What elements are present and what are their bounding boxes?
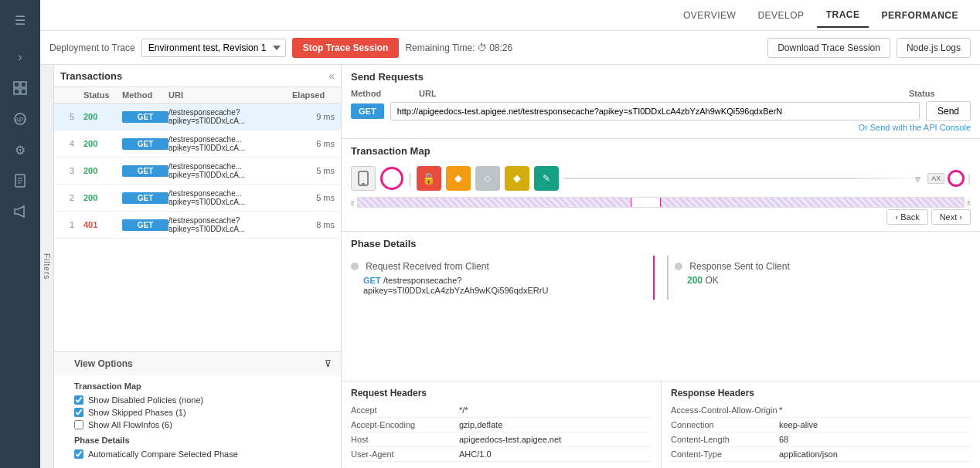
transactions-header: Transactions « bbox=[54, 65, 341, 87]
phase-grid: Request Received from Client GET /testre… bbox=[351, 256, 971, 300]
svg-rect-0 bbox=[14, 82, 19, 87]
diamond-gold-icon[interactable]: ◆ bbox=[505, 166, 529, 191]
view-options-phase-title: Phase Details bbox=[74, 436, 332, 445]
method-column-header: Method bbox=[351, 89, 413, 98]
diamond-yellow-icon[interactable]: ◆ bbox=[446, 166, 471, 191]
svg-text:API: API bbox=[15, 116, 26, 124]
nav-develop[interactable]: DEVELOP bbox=[748, 4, 813, 27]
checkbox-auto-compare[interactable]: Automatically Compare Selected Phase bbox=[74, 449, 332, 459]
back-button[interactable]: ‹ Back bbox=[886, 209, 927, 225]
method-get-btn[interactable]: GET bbox=[122, 165, 168, 177]
phase-response-title: Response Sent to Client bbox=[689, 261, 789, 272]
checkbox-all-flowinfos[interactable]: Show All FlowInfos (6) bbox=[74, 420, 332, 429]
settings-icon[interactable]: ⚙ bbox=[6, 136, 34, 164]
phase-details-section: Phase Details Request Received from Clie… bbox=[342, 232, 980, 381]
api-console-link[interactable]: Or Send with the API Console bbox=[351, 123, 971, 132]
header-row: Access-Control-Allow-Origin * bbox=[671, 403, 971, 418]
phase-response-indicator bbox=[675, 263, 682, 270]
chevron-right-icon[interactable]: › bbox=[6, 43, 34, 71]
header-row: Content-Length 68 bbox=[671, 432, 971, 447]
edit-icon[interactable]: ✎ bbox=[534, 166, 559, 191]
menu-icon[interactable]: ☰ bbox=[6, 6, 34, 34]
phase-request-details: GET /testresponsecache? apikey=sTI0DDxLc… bbox=[351, 275, 647, 295]
separator-icon: | bbox=[408, 171, 412, 187]
get-method-badge[interactable]: GET bbox=[351, 103, 384, 119]
ax-badge: AX bbox=[927, 173, 944, 184]
header-row: Content-Type application/json bbox=[671, 447, 971, 462]
method-get-btn[interactable]: GET bbox=[122, 219, 168, 231]
send-button[interactable]: Send bbox=[926, 101, 971, 121]
request-headers-panel: Request Headers Accept */* Accept-Encodi… bbox=[342, 382, 661, 468]
url-input[interactable] bbox=[390, 102, 920, 120]
phone-icon bbox=[351, 166, 376, 191]
top-nav: OVERVIEW DEVELOP TRACE PERFORMANCE bbox=[40, 0, 980, 31]
table-row[interactable]: 3 200 GET /testresponsecache... apikey=s… bbox=[54, 158, 341, 185]
view-options-header[interactable]: View Options ⊽ bbox=[54, 352, 341, 375]
phase-details-title: Phase Details bbox=[351, 238, 971, 249]
table-row[interactable]: 2 200 GET /testresponsecache... apikey=s… bbox=[54, 185, 341, 212]
stop-trace-button[interactable]: Stop Trace Session bbox=[292, 38, 400, 58]
auto-compare-checkbox[interactable] bbox=[74, 449, 83, 459]
transactions-title: Transactions bbox=[60, 70, 122, 82]
disabled-policies-checkbox[interactable] bbox=[74, 395, 83, 405]
skipped-phases-checkbox[interactable] bbox=[74, 408, 83, 417]
request-headers-title: Request Headers bbox=[351, 388, 652, 398]
header-row: Accept */* bbox=[351, 403, 652, 418]
timeline-segment-2 bbox=[661, 198, 964, 207]
separator-sm-icon: | bbox=[968, 172, 971, 185]
method-get-btn[interactable]: GET bbox=[122, 111, 168, 123]
filter-bar[interactable]: Filters bbox=[40, 65, 54, 468]
book-icon[interactable] bbox=[6, 167, 34, 195]
circle-pink-sm-icon bbox=[948, 170, 965, 187]
lock-icon[interactable]: 🔒 bbox=[417, 166, 441, 191]
remaining-label: Remaining Time: ⏱ 08:26 bbox=[405, 42, 512, 53]
table-head: Status Method URI Elapsed bbox=[54, 87, 341, 103]
view-options-map-title: Transaction Map bbox=[74, 382, 332, 391]
collapse-button[interactable]: « bbox=[328, 70, 335, 82]
checkbox-skipped-phases[interactable]: Show Skipped Phases (1) bbox=[74, 408, 332, 417]
view-options-collapse-icon[interactable]: ⊽ bbox=[325, 358, 332, 369]
header-row: Accept-Encoding gzip,deflate bbox=[351, 418, 652, 432]
left-panel: Filters Transactions « Status Method URI… bbox=[40, 65, 342, 468]
nodejs-logs-button[interactable]: Node.js Logs bbox=[897, 38, 971, 58]
phase-request-title: Request Received from Client bbox=[366, 261, 488, 272]
view-options-title: View Options bbox=[74, 358, 133, 369]
env-select[interactable]: Environment test, Revision 1 bbox=[141, 39, 286, 57]
nav-performance[interactable]: PERFORMANCE bbox=[872, 4, 968, 27]
api-icon[interactable]: API bbox=[6, 105, 34, 133]
timeline-end-marker: ε bbox=[968, 198, 971, 207]
svg-rect-3 bbox=[21, 89, 26, 94]
deployment-label: Deployment to Trace bbox=[49, 42, 135, 53]
table-row[interactable]: 1 401 GET /testresponsecache? apikey=sTI… bbox=[54, 212, 341, 239]
table-row[interactable]: 5 200 GET /testresponsecache? apikey=sTI… bbox=[54, 103, 341, 131]
next-button[interactable]: Next › bbox=[931, 209, 971, 225]
timeline-segment-pink bbox=[631, 198, 661, 207]
all-flowinfos-checkbox[interactable] bbox=[74, 420, 83, 429]
timeline-container: ε ε ‹ Back Next › bbox=[351, 197, 971, 225]
method-get-btn[interactable]: GET bbox=[122, 192, 168, 204]
timeline-segment-1 bbox=[358, 198, 630, 207]
phase-request-indicator bbox=[351, 263, 359, 270]
download-trace-button[interactable]: Download Trace Session bbox=[767, 38, 890, 58]
nav-overview[interactable]: OVERVIEW bbox=[674, 4, 745, 27]
flow-arrow-right: ▼ bbox=[563, 178, 924, 179]
checkbox-disabled-policies[interactable]: Show Disabled Policies (none) bbox=[74, 395, 332, 405]
toolbar: Deployment to Trace Environment test, Re… bbox=[40, 31, 980, 65]
timeline-start-marker: ε bbox=[351, 198, 354, 207]
megaphone-icon[interactable] bbox=[6, 198, 34, 226]
flow-right-side: AX | bbox=[927, 170, 971, 187]
right-panel: Send Requests Method URL Status GET Send… bbox=[342, 65, 980, 468]
view-options: View Options ⊽ Transaction Map Show Disa… bbox=[54, 351, 341, 468]
table-row[interactable]: 4 200 GET /testresponsecache... apikey=s… bbox=[54, 131, 341, 158]
diamond-gray-icon[interactable]: ◇ bbox=[475, 166, 500, 191]
svg-rect-2 bbox=[14, 89, 19, 94]
phase-request: Request Received from Client GET /testre… bbox=[351, 256, 655, 300]
sidebar: ☰ › API ⚙ bbox=[0, 0, 40, 468]
grid-icon[interactable] bbox=[6, 74, 34, 102]
nav-trace[interactable]: TRACE bbox=[817, 3, 869, 28]
url-column-header: URL bbox=[419, 89, 903, 98]
send-requests-title: Send Requests bbox=[351, 71, 971, 83]
timeline-bar bbox=[357, 197, 964, 208]
header-row: Host apigeedocs-test.apigee.net bbox=[351, 432, 652, 447]
method-get-btn[interactable]: GET bbox=[122, 138, 168, 150]
